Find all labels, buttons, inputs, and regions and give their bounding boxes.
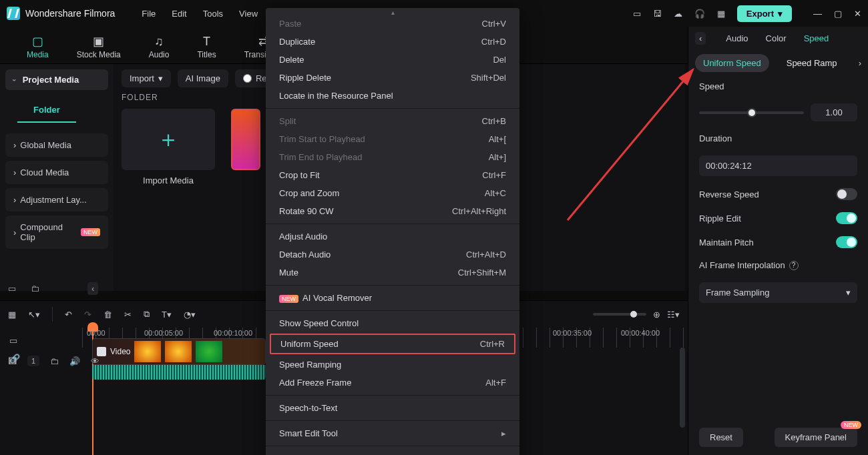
- layout-icon[interactable]: ▭: [633, 9, 641, 19]
- ripple-edit-toggle[interactable]: [836, 212, 857, 224]
- subtab-uniform-speed[interactable]: Uniform Speed: [695, 54, 769, 72]
- minimize-icon[interactable]: —: [813, 9, 822, 19]
- menu-edit[interactable]: Edit: [172, 9, 186, 19]
- apps-icon[interactable]: ▦: [717, 9, 725, 19]
- maintain-pitch-toggle[interactable]: [836, 236, 857, 248]
- menu-detach-audio[interactable]: Detach AudioCtrl+Alt+D: [266, 246, 519, 264]
- zoom-in-icon[interactable]: ⊕: [653, 310, 660, 320]
- sidebar-item-cloud-media[interactable]: Cloud Media: [5, 161, 108, 184]
- track-number: 1: [27, 356, 39, 366]
- folder-tab[interactable]: Folder: [17, 98, 76, 123]
- clip-thumbnail: [196, 341, 222, 362]
- collapse-sidebar-icon[interactable]: ‹: [87, 282, 98, 295]
- menu-mute[interactable]: MuteCtrl+Shift+M: [266, 264, 519, 282]
- slider-knob[interactable]: [747, 108, 756, 117]
- menu-delete[interactable]: DeleteDel: [266, 51, 519, 69]
- menu-smart-edit-tool[interactable]: Smart Edit Tool▸: [266, 424, 519, 442]
- speed-label: Speed: [699, 81, 857, 91]
- record-radio[interactable]: [243, 74, 252, 83]
- sidebar-item-global-media[interactable]: Global Media: [5, 133, 108, 157]
- zoom-slider[interactable]: [593, 313, 646, 316]
- sidebar-item-adjustment-layer[interactable]: Adjustment Lay...: [5, 188, 108, 211]
- app-logo: [7, 7, 20, 20]
- text-icon[interactable]: T▾: [162, 310, 172, 320]
- redo-icon[interactable]: ↷: [84, 310, 91, 320]
- crop-icon[interactable]: ⧉: [144, 309, 150, 320]
- view-options-icon[interactable]: ☷▾: [667, 310, 680, 320]
- import-button[interactable]: Import▾: [122, 69, 171, 87]
- menu-duplicate[interactable]: DuplicateCtrl+D: [266, 33, 519, 51]
- context-menu: ▴ PasteCtrl+V DuplicateCtrl+D DeleteDel …: [266, 8, 519, 455]
- import-media-tile[interactable]: ＋ Import Media: [122, 109, 215, 185]
- tab-color[interactable]: Color: [766, 33, 787, 43]
- close-icon[interactable]: ✕: [854, 9, 861, 19]
- frame-interp-select[interactable]: Frame Sampling ▾: [699, 282, 857, 303]
- menu-ai-vocal-remover[interactable]: NEWAI Vocal Remover: [266, 289, 519, 307]
- reverse-speed-toggle[interactable]: [836, 188, 857, 200]
- video-thumbnail-icon: [231, 109, 260, 170]
- keyframe-panel-button[interactable]: Keyframe Panel NEW: [775, 428, 858, 447]
- save-icon[interactable]: 🖫: [653, 9, 662, 19]
- track-mute-icon[interactable]: 🗀: [50, 356, 59, 366]
- timeline-view-icon[interactable]: ▭: [9, 336, 20, 346]
- maximize-icon[interactable]: ▢: [834, 9, 842, 19]
- menu-crop-zoom[interactable]: Crop and ZoomAlt+C: [266, 184, 519, 202]
- menu-file[interactable]: File: [142, 9, 156, 19]
- menu-locate[interactable]: Locate in the Resource Panel: [266, 87, 519, 105]
- menu-view[interactable]: View: [239, 9, 258, 19]
- tab-speed[interactable]: Speed: [804, 33, 829, 43]
- split-icon[interactable]: ✂: [124, 310, 132, 320]
- delete-icon[interactable]: 🗑: [103, 310, 112, 320]
- menu-rotate[interactable]: Rotate 90 CWCtrl+Alt+Right: [266, 202, 519, 220]
- menu-adjust-audio[interactable]: Adjust Audio: [266, 228, 519, 246]
- menu-uniform-speed[interactable]: Uniform SpeedCtrl+R: [270, 334, 515, 354]
- tab-audio[interactable]: Audio: [726, 33, 748, 43]
- project-media-header[interactable]: Project Media: [5, 69, 108, 90]
- tab-media[interactable]: ▢Media: [27, 34, 49, 59]
- duration-label: Duration: [699, 133, 857, 143]
- export-button[interactable]: Export ▾: [737, 5, 792, 22]
- speed-slider[interactable]: [699, 111, 804, 114]
- menu-speech-to-text[interactable]: Speech-to-Text: [266, 399, 519, 417]
- reset-button[interactable]: Reset: [699, 428, 743, 447]
- tab-stock-media[interactable]: ▣Stock Media: [77, 34, 121, 59]
- cloud-icon[interactable]: ☁: [674, 9, 682, 19]
- submenu-arrow-icon: ▸: [501, 428, 506, 438]
- titles-icon: T: [203, 35, 210, 49]
- bin-icon[interactable]: ▭: [8, 284, 16, 294]
- menu-color-match[interactable]: Color MatchAlt+M: [266, 450, 519, 455]
- menu-speed-ramping[interactable]: Speed Ramping: [266, 356, 519, 374]
- tab-audio[interactable]: ♫Audio: [149, 35, 170, 59]
- new-badge: NEW: [81, 228, 100, 236]
- track-video-icon[interactable]: 🎞: [8, 356, 17, 366]
- folder-icon[interactable]: 🗀: [31, 284, 39, 294]
- menu-show-speed-control[interactable]: Show Speed Control: [266, 314, 519, 332]
- support-icon[interactable]: 🎧: [694, 9, 705, 19]
- auto-ripple-icon[interactable]: ▦: [8, 310, 16, 320]
- undo-icon[interactable]: ↶: [65, 310, 72, 320]
- info-icon[interactable]: ?: [789, 261, 799, 270]
- menu-trim-end: Trim End to PlayheadAlt+]: [266, 148, 519, 166]
- menu-add-freeze-frame[interactable]: Add Freeze FrameAlt+F: [266, 374, 519, 392]
- sidebar-bottom-icons: ▭ 🗀 ‹: [8, 282, 98, 295]
- track-visibility-icon[interactable]: 👁: [91, 356, 99, 366]
- menu-tools[interactable]: Tools: [203, 9, 223, 19]
- duration-value[interactable]: 00:00:24:12: [699, 155, 857, 176]
- menu-ripple-delete[interactable]: Ripple DeleteShift+Del: [266, 69, 519, 87]
- timeline-scrollbar[interactable]: [680, 348, 685, 428]
- panel-back-icon[interactable]: ‹: [695, 32, 706, 45]
- subtab-speed-ramp[interactable]: Speed Ramp: [779, 54, 845, 72]
- timeline-clip[interactable]: Video: [92, 338, 266, 365]
- clip-thumbnail: [134, 341, 161, 362]
- ai-image-button[interactable]: AI Image: [178, 69, 228, 87]
- speed-value[interactable]: 1.00: [811, 103, 857, 121]
- menu-crop-fit[interactable]: Crop to FitCtrl+F: [266, 166, 519, 184]
- clip-thumbnail: [165, 341, 192, 362]
- clip-audio-waveform[interactable]: [92, 365, 266, 380]
- track-volume-icon[interactable]: 🔊: [69, 356, 80, 366]
- sidebar-item-compound-clip[interactable]: Compound ClipNEW: [5, 215, 108, 249]
- scroll-right-icon[interactable]: ›: [859, 58, 861, 68]
- cursor-tool-icon[interactable]: ↖▾: [28, 310, 40, 320]
- speed-tool-icon[interactable]: ◔▾: [184, 310, 196, 320]
- tab-titles[interactable]: TTitles: [197, 35, 216, 59]
